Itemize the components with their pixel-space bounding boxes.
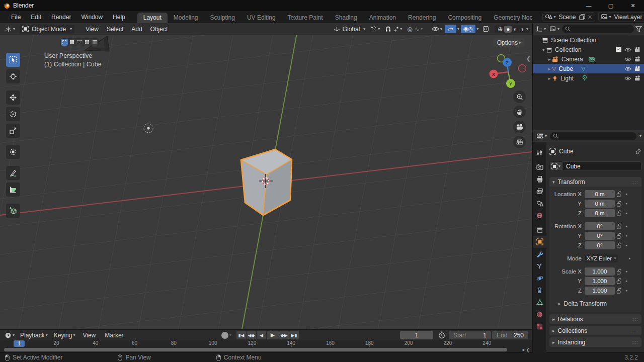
gizmo-axis-y[interactable] <box>506 79 515 88</box>
tool-add-cube[interactable] <box>6 204 20 218</box>
tab-object-data[interactable] <box>533 296 546 308</box>
expand-arrow-icon[interactable]: ▾ <box>541 47 546 52</box>
timeline-editor-dropdown[interactable]: ▾ <box>2 331 17 340</box>
use-preview-range-toggle[interactable] <box>436 330 448 340</box>
gizmo-axis-neg-x[interactable] <box>519 65 526 72</box>
orthographic-toggle-button[interactable] <box>513 136 526 148</box>
tab-texture[interactable] <box>533 320 546 332</box>
navigation-gizmo[interactable]: Z Y X <box>490 55 526 88</box>
tab-output[interactable] <box>533 173 546 185</box>
tab-render[interactable] <box>533 161 546 173</box>
menu-render[interactable]: Render <box>46 14 76 21</box>
scale-x-field[interactable]: 1.000 <box>585 267 615 276</box>
pan-button[interactable] <box>513 106 526 118</box>
panel-drag-grip-icon[interactable]: :::: <box>631 340 638 345</box>
outliner-row-scene-collection[interactable]: Scene Collection <box>533 35 644 45</box>
maximize-button[interactable]: ▢ <box>600 0 622 11</box>
menu-edit[interactable]: Edit <box>26 14 46 21</box>
hide-eye-icon[interactable] <box>624 66 631 71</box>
expand-arrow-icon[interactable]: ▸ <box>547 76 552 81</box>
zoom-button[interactable] <box>513 90 526 103</box>
tool-cursor[interactable] <box>6 69 20 83</box>
editor-type-dropdown[interactable]: ▾ <box>2 25 18 34</box>
transform-panel-header[interactable]: ▾ Transform :::: <box>549 177 641 187</box>
hide-eye-icon[interactable] <box>624 76 631 81</box>
jump-to-start-button[interactable]: ▮◀ <box>236 331 246 339</box>
lock-icon[interactable] <box>615 278 623 284</box>
timeline-menu-marker[interactable]: Marker <box>100 332 128 339</box>
scale-z-field[interactable]: 1.000 <box>585 287 615 295</box>
outliner-display-mode-dropdown[interactable]: ▾ <box>548 25 560 33</box>
gizmo-axis-neg-y[interactable] <box>498 55 505 62</box>
workspace-tab-animation[interactable]: Animation <box>363 13 402 23</box>
animate-dot-icon[interactable]: ● <box>623 211 630 215</box>
lock-icon[interactable] <box>615 210 623 216</box>
viewport-menu-object[interactable]: Object <box>146 26 172 33</box>
mode-dropdown[interactable]: Object Mode ▾ <box>20 25 74 34</box>
shading-solid-icon[interactable]: ● <box>504 26 512 33</box>
lock-icon[interactable] <box>615 201 623 207</box>
panel-drag-grip-icon[interactable]: :::: <box>631 328 638 333</box>
new-scene-icon[interactable] <box>579 14 585 20</box>
keying-menu[interactable]: Keying▾ <box>51 331 78 339</box>
next-keyframe-button[interactable]: ◆▶ <box>279 331 289 339</box>
current-frame-marker[interactable]: 1 <box>14 340 25 347</box>
sidebar-collapse-arrow[interactable]: ❮ <box>526 55 531 62</box>
select-mode-lasso[interactable] <box>84 39 91 46</box>
scene-selector[interactable]: ▾ Scene ✕ <box>542 12 595 22</box>
unlink-scene-icon[interactable]: ✕ <box>588 14 593 21</box>
tab-material[interactable] <box>533 308 546 320</box>
animate-dot-icon[interactable]: ● <box>623 224 630 228</box>
tab-collection[interactable] <box>533 224 546 236</box>
tab-modifiers[interactable] <box>533 248 546 260</box>
timeline-scrollbar[interactable]: ● ❮ <box>0 347 532 352</box>
select-mode-circle[interactable] <box>76 39 83 46</box>
rotation-z-field[interactable]: 0° <box>585 241 615 249</box>
animate-dot-icon[interactable]: ● <box>623 243 630 247</box>
lock-icon[interactable] <box>615 233 623 239</box>
lock-icon[interactable] <box>615 268 623 275</box>
location-y-field[interactable]: 0 m <box>585 200 615 208</box>
viewport-menu-add[interactable]: Add <box>127 26 146 33</box>
xray-toggle[interactable] <box>480 25 492 33</box>
jump-to-end-button[interactable]: ▶▮ <box>289 331 299 339</box>
lock-icon[interactable] <box>615 191 623 197</box>
disable-render-camera-icon[interactable] <box>634 56 641 62</box>
workspace-tab-modeling[interactable]: Modeling <box>168 13 204 23</box>
expand-arrow-icon[interactable]: ▸ <box>547 57 552 62</box>
snap-target-dropdown[interactable]: ▾ <box>368 25 382 33</box>
hide-eye-icon[interactable] <box>624 47 631 52</box>
animate-dot-icon[interactable]: ● <box>623 234 630 237</box>
3d-viewport[interactable]: Z Y X User Perspective (1) Collection | … <box>0 35 532 329</box>
tab-scene[interactable] <box>533 197 546 209</box>
workspace-tab-compositing[interactable]: Compositing <box>442 13 488 23</box>
select-mode-tweak[interactable] <box>61 39 68 46</box>
transform-orientation-dropdown[interactable]: Global ▾ <box>331 25 368 34</box>
gizmo-axis-x[interactable] <box>490 70 498 78</box>
rotation-y-field[interactable]: 0° <box>585 232 615 240</box>
outliner-row-cube[interactable]: ▸ ▽ Cube ▽ <box>533 64 644 73</box>
panel-drag-grip-icon[interactable]: :::: <box>631 317 638 322</box>
viewport-menu-view[interactable]: View <box>82 26 103 33</box>
shading-material-icon[interactable]: ◐ <box>512 26 518 33</box>
menu-window[interactable]: Window <box>76 14 108 21</box>
workspace-tab-sculpting[interactable]: Sculpting <box>204 13 241 23</box>
outliner-row-camera[interactable]: ▸ Camera <box>533 54 644 64</box>
tool-select-box[interactable] <box>6 53 20 67</box>
tool-measure[interactable] <box>6 183 20 197</box>
timeline-collapse-arrow[interactable]: ● ❮ <box>522 347 530 352</box>
play-button[interactable]: ▶ <box>267 331 279 339</box>
show-overlays-toggle[interactable]: ◉◎ <box>461 25 475 33</box>
timeline-ruler[interactable]: 20406080100120140160180200220240 1 <box>0 340 532 347</box>
gizmo-axis-z[interactable] <box>503 58 512 67</box>
lock-icon[interactable] <box>615 242 623 248</box>
select-mode-box[interactable] <box>68 39 75 46</box>
delta-transform-panel-header[interactable]: ▸ Delta Transform <box>549 299 639 308</box>
minimize-button[interactable]: — <box>578 0 600 11</box>
properties-editor-dropdown[interactable]: ▾ <box>535 132 548 140</box>
collection-checkbox[interactable]: ✓ <box>616 47 621 52</box>
animate-dot-icon[interactable]: ● <box>626 256 633 260</box>
tool-move[interactable] <box>6 90 20 105</box>
workspace-tab-shading[interactable]: Shading <box>329 13 363 23</box>
object-name-field[interactable]: Cube <box>562 161 641 171</box>
